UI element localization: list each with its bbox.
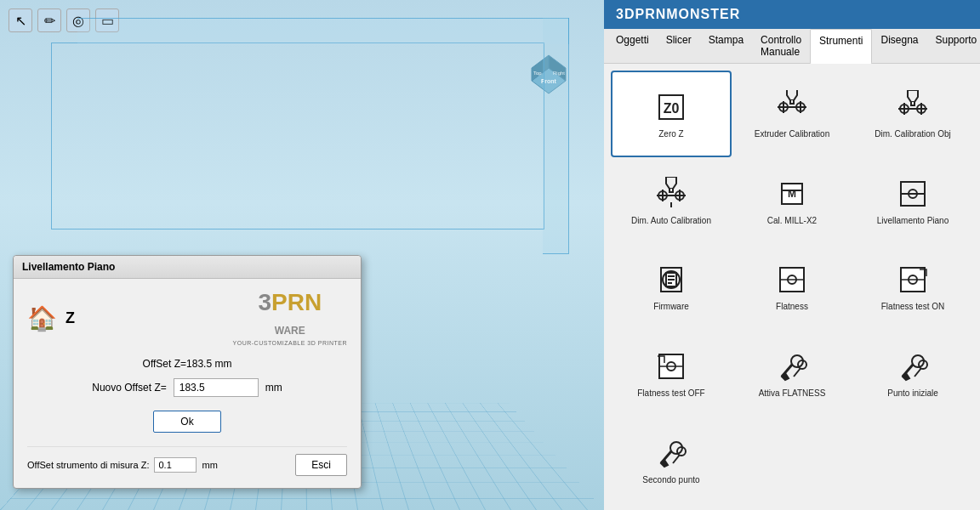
menu-item-disegna[interactable]: Disegna xyxy=(872,29,926,63)
nuovo-offset-row: Nuovo Offset Z= mm xyxy=(27,378,347,397)
tool-label-flatness-test-on: Flatness test ON xyxy=(881,302,944,312)
tool-livellamento-piano[interactable]: Livellamento Piano xyxy=(852,157,973,244)
z-label: Z xyxy=(66,309,75,327)
menu-bar: OggettiSlicerStampaControllo ManualeStru… xyxy=(604,29,980,64)
ok-button[interactable]: Ok xyxy=(153,411,221,433)
tool-label-punto-iniziale: Punto iniziale xyxy=(887,388,937,399)
home-icon: 🏠 xyxy=(27,304,57,332)
nuovo-offset-input[interactable] xyxy=(174,378,259,397)
tool-label-flatness: Flatness xyxy=(776,302,808,312)
tool-label-flatness-test-off: Flatness test OFF xyxy=(637,388,704,399)
menu-item-oggetti[interactable]: Oggetti xyxy=(607,29,658,63)
dim-auto-cal-icon xyxy=(652,175,690,212)
tool-extruder-calibration[interactable]: Extruder Calibration xyxy=(732,71,852,157)
tool-label-dim-auto-calibration: Dim. Auto Calibration xyxy=(631,216,711,226)
cursor-tool[interactable]: ↖ xyxy=(9,8,32,32)
offset-strumento-unit: mm xyxy=(202,460,217,470)
tool-label-livellamento-piano: Livellamento Piano xyxy=(877,216,949,226)
tool-punto-iniziale[interactable]: Punto iniziale xyxy=(852,330,973,416)
right-panel: 3DPRNMONSTER OggettiSlicerStampaControll… xyxy=(604,0,980,510)
tool-attiva-flatness[interactable]: Attiva FLATNESS xyxy=(732,330,852,416)
menu-item-strumenti[interactable]: Strumenti xyxy=(810,29,872,64)
cal-mill-icon: M xyxy=(773,175,811,212)
flatness-on-icon xyxy=(894,261,932,298)
pen-tool[interactable]: ✏ xyxy=(37,8,61,32)
logo-area: 3PRNWARE YOUR-CUSTOMIZABLE 3D PRINTER xyxy=(233,291,347,346)
viewport: ↖ ✏ ◎ ▭ Front Top Right Livellamento Pia… xyxy=(0,0,604,510)
tool-label-extruder-calibration: Extruder Calibration xyxy=(755,129,829,139)
menu-item-supporto[interactable]: Supporto xyxy=(927,29,981,63)
nuovo-offset-unit: mm xyxy=(265,382,282,394)
tool-dim-calibration-obj[interactable]: Dim. Calibration Obj xyxy=(852,71,973,157)
tool-flatness-test-on[interactable]: Flatness test ON xyxy=(852,244,973,331)
punto-iniziale-icon xyxy=(894,348,932,385)
tool-label-secondo-punto: Secondo punto xyxy=(642,475,699,485)
tool-firmware[interactable]: Firmware xyxy=(611,244,732,331)
offset-strumento-row: OffSet strumento di misura Z: mm xyxy=(27,457,218,473)
tool-flatness-test-off[interactable]: Flatness test OFF xyxy=(611,330,732,416)
tool-label-dim-calibration-obj: Dim. Calibration Obj xyxy=(875,129,950,139)
dialog-bottom-row: OffSet strumento di misura Z: mm Esci xyxy=(27,446,347,476)
extruder-cal-icon xyxy=(773,88,811,126)
firmware-icon xyxy=(652,261,690,298)
tool-dim-auto-calibration[interactable]: Dim. Auto Calibration xyxy=(611,157,732,244)
viewport-3d-box xyxy=(51,42,544,230)
flatness-off-icon xyxy=(652,348,690,385)
menu-item-stampa[interactable]: Stampa xyxy=(700,29,752,63)
logo-3dprn: 3PRNWARE xyxy=(233,291,347,338)
menu-item-controllo-manuale[interactable]: Controllo Manuale xyxy=(752,29,810,63)
offset-strumento-label: OffSet strumento di misura Z: xyxy=(27,460,149,470)
tool-zero-z[interactable]: Z0Zero Z xyxy=(611,71,732,157)
esci-button[interactable]: Esci xyxy=(295,454,347,476)
zero-z-icon: Z0 xyxy=(652,88,690,126)
menu-item-slicer[interactable]: Slicer xyxy=(658,29,700,63)
tool-label-firmware: Firmware xyxy=(653,302,689,312)
tool-label-cal-mill-x2: Cal. MILL-X2 xyxy=(767,216,817,226)
tool-flatness[interactable]: Flatness xyxy=(732,244,852,331)
attiva-flatness-icon xyxy=(773,348,811,385)
tool-cal-mill-x2[interactable]: MCal. MILL-X2 xyxy=(732,157,852,244)
nuovo-offset-label: Nuovo Offset Z= xyxy=(92,382,167,394)
livellamento-piano-dialog: Livellamento Piano 🏠 Z 3PRNWARE YOUR-CUS… xyxy=(13,255,362,489)
tools-grid: Z0Zero ZExtruder CalibrationDim. Calibra… xyxy=(604,64,980,510)
app-title: 3DPRNMONSTER xyxy=(604,0,980,29)
tool-secondo-punto[interactable]: Secondo punto xyxy=(611,416,732,503)
offset-strumento-input[interactable] xyxy=(154,457,197,473)
flatness-icon xyxy=(773,261,811,298)
svg-text:Z0: Z0 xyxy=(664,101,680,116)
livellamento-icon xyxy=(894,175,932,212)
dim-cal-obj-icon xyxy=(894,88,932,126)
dialog-title: Livellamento Piano xyxy=(14,256,361,279)
tool-label-attiva-flatness: Attiva FLATNESS xyxy=(759,388,826,399)
logo-tagline: YOUR-CUSTOMIZABLE 3D PRINTER xyxy=(233,340,347,346)
offset-display: OffSet Z=183.5 mm xyxy=(27,358,347,370)
tool-label-zero-z: Zero Z xyxy=(658,129,683,139)
secondo-punto-icon xyxy=(652,434,690,472)
